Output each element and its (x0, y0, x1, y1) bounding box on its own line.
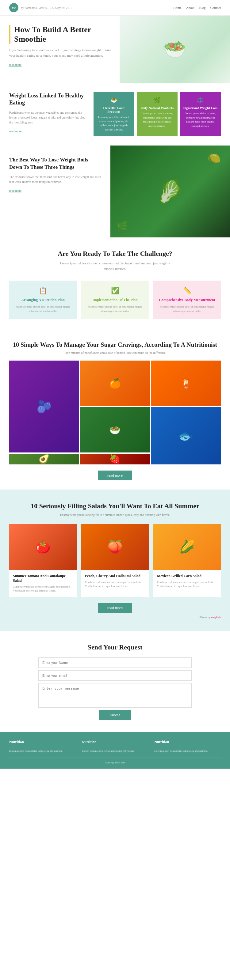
footer: Nutrition Lorem ipsum consectetur adipis… (0, 732, 230, 768)
feature-card-1-icon: 🌿 (140, 97, 174, 103)
feature-card-0-icon: 🥗 (97, 97, 131, 103)
salad-desc-0: Curabitur vulputate consectetur augue no… (13, 585, 73, 593)
salad-card-2: 🌽 Mexican Grilled Corn Salad Curabitur v… (153, 524, 221, 597)
feature-card-1-title: Only Natural Products (140, 106, 174, 110)
contact-name-input[interactable] (38, 657, 192, 668)
nav-home[interactable]: Home (173, 6, 182, 10)
salad-content-0: Summer Tomato And Cantaloupe Salad Curab… (9, 570, 77, 597)
feature-card-2-icon: ⚖️ (183, 97, 218, 103)
contact-email-input[interactable] (38, 670, 192, 681)
photos-by: Photos by unsplash (9, 616, 221, 619)
feature-card-1: 🌿 Only Natural Products Lorem ipsum dolo… (137, 92, 177, 136)
challenge-card-1-icon: ✅ (86, 287, 144, 295)
header: mc by Samantha Cassety, RD / May 29, 201… (0, 0, 230, 16)
salad-img-2: 🌽 (153, 524, 221, 570)
salad-cards: 🍅 Summer Tomato And Cantaloupe Salad Cur… (9, 524, 221, 597)
salad-card-0: 🍅 Summer Tomato And Cantaloupe Salad Cur… (9, 524, 77, 597)
salads-header: 10 Seriously Filling Salads You'll Want … (9, 502, 221, 517)
salad-name-2: Mexican Grilled Corn Salad (157, 574, 217, 578)
feature-card-2-title: Significant Weight Loss (183, 106, 218, 110)
sugar-readmore-button[interactable]: read more (98, 471, 132, 480)
salad-content-1: Peach, Cherry And Halloumi Salad Curabit… (81, 570, 149, 592)
salad-card-1: 🍑 Peach, Cherry And Halloumi Salad Curab… (81, 524, 149, 597)
feature-card-0-text: Lorem ipsum dolor sit amet, consectetur … (97, 115, 131, 132)
footer-col-2-title: Nutrition (154, 740, 221, 746)
sugar-section: 10 Simple Ways To Manage Your Sugar Crav… (0, 331, 230, 490)
food-visual-3: 🌿 (117, 221, 128, 231)
salad-name-0: Summer Tomato And Cantaloupe Salad (13, 574, 73, 583)
best-way-readmore[interactable]: read more (9, 189, 21, 192)
salad-img-0: 🍅 (9, 524, 77, 570)
sugar-readmore-wrapper: read more (9, 471, 221, 480)
challenge-card-0-icon: 📋 (14, 287, 72, 295)
challenge-cards: 📋 Arranging A Nutrition Plan Mauris semp… (9, 281, 221, 319)
footer-col-1-text: Lorem ipsum consectetur adipiscing elit … (82, 749, 149, 753)
hero-readmore[interactable]: read more (9, 63, 21, 67)
contact-submit-button[interactable]: Submit (99, 710, 131, 720)
hero-content: How To Build A Better Smoothie If you're… (0, 16, 120, 83)
challenge-card-1-text: Mauris semper auctor odio, at consectetu… (86, 305, 144, 313)
feature-card-2-text: Lorem ipsum dolor sit amet, consectetur … (183, 111, 218, 128)
footer-col-0: Nutrition Lorem ipsum consectetur adipis… (9, 740, 76, 753)
salad-desc-1: Curabitur vulputate consectetur augue no… (85, 580, 145, 589)
feature-card-0: 🥗 Over 300 Food Products Lorem ipsum dol… (94, 92, 134, 136)
nav-about[interactable]: About (186, 6, 195, 10)
food-visual-2: 🍋 (207, 152, 221, 164)
challenge-subtitle: Lorem ipsum dolor sit amet, consectetur … (57, 261, 173, 271)
weight-loss-title: Weight Loss Linked To Healthy Eating (9, 92, 88, 107)
feature-cards: 🥗 Over 300 Food Products Lorem ipsum dol… (94, 92, 221, 136)
challenge-card-0-title: Arranging A Nutrition Plan (14, 298, 72, 302)
salads-title: 10 Seriously Filling Salads You'll Want … (9, 502, 221, 511)
footer-col-0-title: Nutrition (9, 740, 76, 746)
weight-loss-readmore[interactable]: read more (9, 130, 21, 133)
sugar-header: 10 Simple Ways To Manage Your Sugar Crav… (9, 340, 221, 355)
footer-bottom: Synergy level test (9, 757, 221, 764)
food-visual-1: 🥬 (157, 179, 184, 204)
nav-contact[interactable]: Contact (210, 6, 221, 10)
salads-readmore-button[interactable]: read more (98, 603, 132, 613)
photos-by-author[interactable]: unsplash (211, 616, 221, 619)
photo-cell-2: 🍹 (151, 361, 221, 406)
challenge-card-2-title: Comprehensive Body Measurement (158, 298, 216, 302)
footer-col-0-text: Lorem ipsum consectetur adipiscing elit … (9, 749, 76, 753)
weight-loss-content: Weight Loss Linked To Healthy Eating Par… (9, 92, 88, 134)
photo-cell-6: 🍓 (80, 454, 150, 465)
footer-col-2-text: Lorem ipsum consectetur adipiscing elit … (154, 749, 221, 753)
hero-section: How To Build A Better Smoothie If you're… (0, 16, 230, 83)
nav-blog[interactable]: Blog (199, 6, 206, 10)
salad-img-1: 🍑 (81, 524, 149, 570)
sugar-title: 10 Simple Ways To Manage Your Sugar Crav… (9, 340, 221, 348)
footer-col-1: Nutrition Lorem ipsum consectetur adipis… (82, 740, 149, 753)
contact-message-input[interactable] (38, 683, 192, 708)
best-way-overlay: The Best Way To Lose Weight Boils Down T… (0, 145, 110, 237)
photo-cell-3: 🥗 (80, 407, 150, 452)
sugar-subtitle: Five minutes of mindfulness and a dash o… (9, 351, 221, 355)
hero-image-decoration: 🥗 (163, 38, 187, 60)
contact-title: Send Your Request (9, 643, 221, 651)
header-author: by Samantha Cassety, RD / May 29, 2018 (21, 6, 72, 10)
logo: mc (9, 3, 18, 12)
weight-loss-text: Participants who ate the most vegetables… (9, 110, 88, 125)
challenge-card-2-icon: 📏 (158, 287, 216, 295)
hero-text: If you're turning to smoothies as part o… (9, 48, 112, 58)
salads-footer: read more Photos by unsplash (9, 603, 221, 619)
best-way-title: The Best Way To Lose Weight Boils Down T… (9, 156, 101, 171)
photo-cell-5: 🥑 (9, 454, 79, 465)
feature-card-2: ⚖️ Significant Weight Loss Lorem ipsum d… (180, 92, 221, 136)
challenge-card-1-title: Implementation Of The Plan (86, 298, 144, 302)
challenge-card-2: 📏 Comprehensive Body Measurement Mauris … (153, 281, 221, 319)
best-way-section: The Best Way To Lose Weight Boils Down T… (0, 145, 230, 237)
header-nav: Home About Blog Contact (173, 6, 221, 10)
contact-section: Send Your Request Submit (0, 631, 230, 732)
salad-desc-2: Curabitur vulputate consectetur augue no… (157, 580, 217, 589)
salads-section: 10 Seriously Filling Salads You'll Want … (0, 490, 230, 631)
best-way-image: 🥬 🍋 🌿 (110, 145, 230, 237)
photo-cell-4: 🐟 (151, 407, 221, 465)
footer-col-2: Nutrition Lorem ipsum consectetur adipis… (154, 740, 221, 753)
photo-cell-1: 🍊 (80, 361, 150, 406)
weight-loss-section: Weight Loss Linked To Healthy Eating Par… (0, 83, 230, 145)
challenge-section: Are You Ready To Take The Challenge? Lor… (0, 237, 230, 331)
salad-name-1: Peach, Cherry And Halloumi Salad (85, 574, 145, 578)
salad-content-2: Mexican Grilled Corn Salad Curabitur vul… (153, 570, 221, 592)
best-way-text: The evidence shows that there isn't one … (9, 175, 101, 185)
